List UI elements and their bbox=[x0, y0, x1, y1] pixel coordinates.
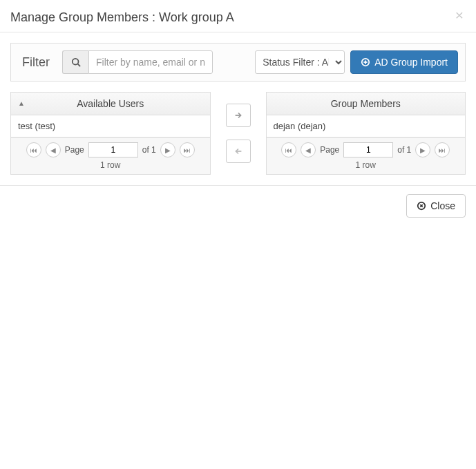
chevron-right-icon: ▶ bbox=[165, 146, 171, 154]
chevron-right-icon: ▶ bbox=[420, 146, 426, 154]
page-total: of 1 bbox=[397, 145, 411, 155]
dialog-footer: Close bbox=[0, 185, 476, 226]
next-page-button[interactable]: ▶ bbox=[415, 142, 430, 157]
page-label: Page bbox=[320, 145, 339, 155]
dialog-header: Manage Group Members : Work group A × bbox=[0, 0, 476, 32]
plus-circle-icon bbox=[361, 57, 370, 67]
members-pager: ⏮ ◀ Page of 1 ▶ ⏭ bbox=[272, 142, 460, 157]
chevron-left-icon: ◀ bbox=[305, 146, 311, 154]
ad-group-import-button[interactable]: AD Group Import bbox=[350, 50, 458, 74]
available-users-footer: ⏮ ◀ Page of 1 ▶ ⏭ bbox=[11, 137, 210, 174]
prev-page-button[interactable]: ◀ bbox=[301, 142, 316, 157]
list-item[interactable]: dejan (dejan) bbox=[267, 115, 466, 137]
close-icon[interactable]: × bbox=[451, 7, 468, 23]
first-page-button[interactable]: ⏮ bbox=[281, 142, 296, 157]
transfer-controls bbox=[211, 92, 266, 175]
last-page-icon: ⏭ bbox=[184, 146, 191, 154]
arrow-left-icon bbox=[234, 146, 243, 156]
page-input[interactable] bbox=[343, 142, 393, 157]
first-page-button[interactable]: ⏮ bbox=[26, 142, 41, 157]
available-row-count: 1 row bbox=[17, 160, 204, 170]
page-label: Page bbox=[65, 145, 84, 155]
search-button[interactable] bbox=[62, 50, 88, 74]
last-page-button[interactable]: ⏭ bbox=[180, 142, 195, 157]
dialog-title: Manage Group Members : Work group A bbox=[10, 10, 466, 25]
available-users-list: test (test) bbox=[11, 115, 210, 137]
group-members-header[interactable]: Group Members bbox=[267, 93, 466, 115]
arrow-right-icon bbox=[234, 111, 243, 120]
add-to-group-button[interactable] bbox=[226, 104, 251, 127]
remove-from-group-button[interactable] bbox=[226, 140, 251, 163]
available-users-title: Available Users bbox=[77, 98, 144, 109]
available-users-header[interactable]: ▲ Available Users bbox=[11, 93, 210, 115]
next-page-button[interactable]: ▶ bbox=[160, 142, 175, 157]
close-button-label: Close bbox=[430, 200, 455, 211]
sort-asc-icon: ▲ bbox=[18, 99, 25, 107]
manage-group-members-dialog: Manage Group Members : Work group A × Fi… bbox=[0, 0, 476, 226]
page-total: of 1 bbox=[142, 145, 156, 155]
filter-input-group bbox=[62, 50, 213, 74]
svg-point-0 bbox=[72, 59, 78, 65]
status-filter-select[interactable]: Status Filter : All bbox=[255, 50, 345, 74]
chevron-left-icon: ◀ bbox=[50, 146, 56, 154]
first-page-icon: ⏮ bbox=[285, 146, 292, 154]
dialog-body: Filter Status Filter : All bbox=[0, 32, 476, 185]
prev-page-button[interactable]: ◀ bbox=[46, 142, 61, 157]
list-item[interactable]: test (test) bbox=[11, 115, 210, 137]
page-input[interactable] bbox=[88, 142, 138, 157]
available-pager: ⏮ ◀ Page of 1 ▶ ⏭ bbox=[17, 142, 204, 157]
filter-label: Filter bbox=[18, 55, 57, 70]
filter-input[interactable] bbox=[88, 50, 213, 74]
available-users-panel: ▲ Available Users test (test) ⏮ ◀ Page bbox=[10, 92, 211, 175]
last-page-button[interactable]: ⏭ bbox=[435, 142, 450, 157]
members-row-count: 1 row bbox=[272, 160, 460, 170]
last-page-icon: ⏭ bbox=[439, 146, 446, 154]
group-members-panel: Group Members dejan (dejan) ⏮ ◀ Page bbox=[266, 92, 466, 175]
close-button[interactable]: Close bbox=[406, 194, 466, 218]
group-members-title: Group Members bbox=[331, 98, 401, 109]
close-circle-icon bbox=[417, 201, 426, 211]
filter-bar: Filter Status Filter : All bbox=[10, 43, 466, 82]
group-members-list: dejan (dejan) bbox=[267, 115, 466, 137]
group-members-footer: ⏮ ◀ Page of 1 ▶ ⏭ bbox=[267, 137, 466, 174]
first-page-icon: ⏮ bbox=[30, 146, 37, 154]
search-icon bbox=[71, 57, 81, 67]
svg-line-1 bbox=[77, 64, 80, 67]
ad-group-import-label: AD Group Import bbox=[374, 57, 448, 68]
dual-list: ▲ Available Users test (test) ⏮ ◀ Page bbox=[10, 92, 466, 175]
